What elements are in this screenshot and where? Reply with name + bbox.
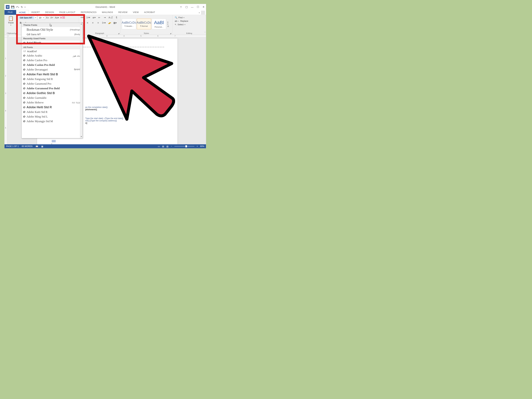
- close-icon[interactable]: ✕: [202, 6, 205, 8]
- tab-design[interactable]: DESIGN: [42, 10, 57, 15]
- ruler-corner: [5, 35, 7, 38]
- view-read-icon[interactable]: ▭: [158, 145, 160, 148]
- zoom-level[interactable]: 80%: [200, 145, 204, 147]
- style-normal[interactable]: AaBbCcDc ¶ Normal: [137, 19, 151, 29]
- qat-customize-icon[interactable]: ▾: [25, 6, 25, 8]
- styles-gallery-more[interactable]: ▴▾⊟: [167, 21, 169, 27]
- view-web-icon[interactable]: ▧: [166, 145, 168, 148]
- select-button[interactable]: ↖Select▾: [175, 23, 204, 26]
- ribbon-minimize-icon[interactable]: ▾: [199, 12, 200, 14]
- collapse-ribbon-icon[interactable]: ˆ: [205, 32, 205, 34]
- scroll-up-icon[interactable]: ▲: [80, 23, 82, 25]
- view-print-icon[interactable]: ▤: [162, 145, 164, 148]
- borders-icon[interactable]: ▦▾: [113, 21, 117, 25]
- status-bar: PAGE 1 OF 1 65 WORDS 📖 ▦ ▭ ▤ ▧ − + 80%: [5, 144, 206, 148]
- font-size-dropdown-icon[interactable]: ▾: [42, 17, 45, 19]
- font-option[interactable]: T𝑇AcadEref: [22, 49, 82, 53]
- clear-format-icon[interactable]: A⌫: [60, 16, 65, 19]
- tab-page-layout[interactable]: PAGE LAYOUT: [57, 10, 78, 15]
- style-personal[interactable]: AaBl Personal...: [152, 19, 166, 29]
- font-option[interactable]: Bookman Old Style(Headings): [22, 27, 82, 32]
- font-option[interactable]: OArial Black: [22, 41, 82, 45]
- font-option[interactable]: OAdobe Fangsong Std R: [22, 77, 82, 82]
- maximize-icon[interactable]: ☐: [196, 6, 199, 8]
- styles-launcher-icon[interactable]: ◢: [170, 32, 171, 34]
- font-name-dropdown-icon[interactable]: ▾: [34, 17, 37, 19]
- font-option[interactable]: Gill Sans MT(Body): [22, 32, 82, 36]
- font-option[interactable]: OAdobe Gurmukhi: [22, 95, 82, 100]
- font-size-combo[interactable]: ▾: [38, 16, 45, 20]
- decrease-indent-icon[interactable]: ⇤: [98, 16, 101, 19]
- tab-file[interactable]: FILE: [5, 10, 16, 15]
- shading-icon[interactable]: ◢▾: [108, 21, 111, 25]
- editing-group-label: Editing: [174, 32, 205, 35]
- zoom-thumb[interactable]: [185, 145, 187, 147]
- font-option[interactable]: OAdobe Fan Heiti Std B: [22, 72, 82, 77]
- tab-insert[interactable]: INSERT: [29, 10, 42, 15]
- font-option[interactable]: OAdobe Gothic Std B: [22, 91, 82, 95]
- tab-home[interactable]: HOME: [16, 10, 29, 15]
- help-icon[interactable]: ?: [179, 6, 182, 8]
- grow-font-icon[interactable]: A▲: [46, 16, 49, 19]
- font-option[interactable]: OAdobe Hebrewאבגד הוז: [22, 100, 82, 105]
- paste-label[interactable]: Paste: [8, 21, 14, 24]
- ribbon-options-icon[interactable]: ▢: [185, 6, 188, 8]
- increase-indent-icon[interactable]: ⇥: [103, 16, 107, 19]
- font-option[interactable]: OAdobe Caslon Pro: [22, 58, 82, 63]
- minimize-icon[interactable]: —: [191, 6, 194, 8]
- multilevel-icon[interactable]: ≣▾: [92, 16, 96, 19]
- font-size-input[interactable]: [38, 16, 42, 19]
- align-right-icon[interactable]: ≡: [91, 21, 95, 25]
- font-option[interactable]: OAdobe Garamond Pro: [22, 82, 82, 86]
- paste-dropdown-icon[interactable]: ▾: [11, 24, 11, 26]
- line-spacing-icon[interactable]: ‡≡▾: [101, 21, 106, 25]
- font-option[interactable]: OAdobe Arabicأبجد هوز: [22, 53, 82, 58]
- change-case-icon[interactable]: Aa▾: [55, 16, 59, 19]
- zoom-in-icon[interactable]: +: [197, 145, 198, 147]
- font-option[interactable]: OAdobe Kaiti Std R: [22, 110, 82, 114]
- clipboard-launcher-icon[interactable]: ◢: [15, 32, 16, 34]
- font-option[interactable]: OAdobe Garamond Pro Bold: [22, 86, 82, 91]
- find-button[interactable]: 🔍Find▾: [175, 16, 204, 19]
- font-option[interactable]: OAdobe Caslon Pro Bold: [22, 63, 82, 67]
- style-header[interactable]: AaBbCcDc ¶ Header...: [122, 19, 136, 29]
- paragraph-launcher-icon[interactable]: ◢: [118, 32, 119, 34]
- status-page[interactable]: PAGE 1 OF 1: [6, 145, 19, 147]
- justify-icon[interactable]: ≡: [96, 21, 100, 25]
- bullets-icon[interactable]: •≡▾: [80, 16, 84, 19]
- font-option[interactable]: OAdobe Devanagariदेवनागरी: [22, 67, 82, 72]
- binoculars-icon: 🔍: [175, 16, 177, 19]
- undo-icon[interactable]: ↶▾: [16, 6, 19, 9]
- tab-mailings[interactable]: MAILINGS: [99, 10, 116, 15]
- align-center-icon[interactable]: ≡: [86, 21, 89, 25]
- numbering-icon[interactable]: 1≡▾: [86, 16, 90, 19]
- redo-icon[interactable]: ↻: [21, 6, 23, 9]
- vertical-ruler[interactable]: 1 2 3 4 5 6: [5, 38, 7, 144]
- paste-icon[interactable]: 📋: [8, 16, 14, 21]
- sort-icon[interactable]: A↓Z: [108, 16, 113, 19]
- font-name-input[interactable]: [19, 16, 34, 19]
- user-avatar[interactable]: [201, 11, 205, 15]
- zoom-out-icon[interactable]: −: [171, 145, 172, 147]
- font-dd-scrollbar[interactable]: ▲ ▼: [80, 23, 82, 138]
- zoom-slider[interactable]: [174, 146, 194, 147]
- font-option[interactable]: OAdobe Myungjo Std M: [22, 119, 82, 124]
- status-macro-icon[interactable]: ▦: [41, 145, 43, 148]
- tab-acrobat[interactable]: ACROBAT: [141, 10, 158, 15]
- font-option[interactable]: OAdobe Ming Std L: [22, 114, 82, 119]
- doc-placeholder-text: plishments]: [85, 108, 97, 111]
- status-words[interactable]: 65 WORDS: [22, 145, 32, 147]
- font-option[interactable]: OAdobe Heiti Std R: [22, 105, 82, 110]
- status-proofing-icon[interactable]: 📖: [36, 145, 38, 148]
- shrink-font-icon[interactable]: A▼: [50, 16, 54, 19]
- tab-review[interactable]: REVIEW: [116, 10, 130, 15]
- tab-view[interactable]: VIEW: [130, 10, 141, 15]
- tab-references[interactable]: REFERENCES: [78, 10, 99, 15]
- replace-button[interactable]: ab↔Replace: [175, 20, 204, 22]
- selection-highlight: [52, 140, 56, 142]
- show-marks-icon[interactable]: ¶: [115, 16, 118, 19]
- scroll-down-icon[interactable]: ▼: [80, 136, 82, 138]
- window-title: Document1 - Word: [5, 6, 206, 8]
- font-name-combo[interactable]: ▾: [19, 16, 37, 20]
- save-icon[interactable]: 💾: [11, 6, 14, 9]
